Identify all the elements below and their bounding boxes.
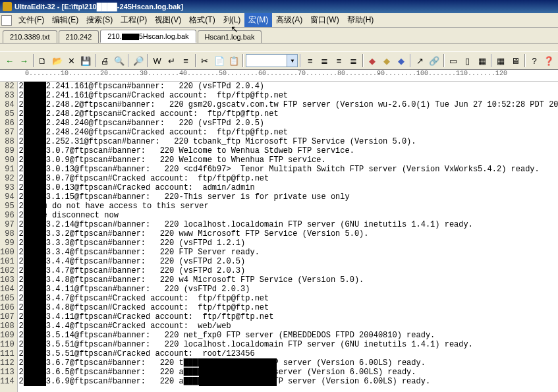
window-v-button[interactable]: ▯ <box>460 53 474 68</box>
menu-column[interactable]: 列(L) <box>219 13 245 27</box>
code-line[interactable]: 22.252.31@ftpscan#banner: 220 tcbank_ftp… <box>19 137 558 146</box>
redacted-ip <box>24 257 46 266</box>
line-number: 95 <box>0 202 14 211</box>
code-content[interactable]: 22.241.161@ftpscan#banner: 220 (vsFTPd 2… <box>18 82 558 392</box>
copy-button[interactable]: 📄 <box>212 53 226 68</box>
code-line[interactable]: 22.241.161@ftpscan#banner: 220 (vsFTPd 2… <box>19 82 558 91</box>
print-preview-button[interactable]: 🔍 <box>113 53 126 68</box>
align-left-button[interactable]: ≡ <box>303 53 317 68</box>
save-file-button[interactable]: 💾 <box>79 53 93 68</box>
align-right-button[interactable]: ≡ <box>332 53 346 68</box>
file-tab-3[interactable]: Hscan1.log.bak <box>198 30 262 43</box>
code-line[interactable]: 22.248.240@ftpscan#banner: 220 (vsFTPd 2… <box>19 119 558 128</box>
line-number: 104 <box>0 285 14 294</box>
toggle-ww-button[interactable]: W <box>150 53 164 68</box>
code-line[interactable]: 23.4.11@ftpscan#banner: 220 (vsFTPd 2.0.… <box>19 285 558 294</box>
code-line[interactable]: 22.248.2@ftpscan#Cracked account: ftp/ft… <box>19 109 558 119</box>
toolbar-combo[interactable]: ▼ <box>246 54 298 67</box>
toolbar-separator <box>300 54 301 67</box>
goto-button[interactable]: ↗ <box>413 53 427 68</box>
link-button[interactable]: 🔗 <box>428 53 441 68</box>
align-center-button[interactable]: ≣ <box>318 53 331 68</box>
redacted-ip <box>24 312 46 322</box>
code-line[interactable]: 23.0.9@ftpscan#banner: 220 Welcome to Wh… <box>19 155 558 165</box>
menu-file[interactable]: 文件(F) <box>14 13 48 27</box>
app1-button[interactable]: ▦ <box>494 53 508 68</box>
menu-macro[interactable]: 宏(M) <box>244 13 272 27</box>
bookmark-b-button[interactable]: ◆ <box>394 53 408 68</box>
code-line[interactable]: 23.0.7@ftpscan#Cracked account: ftp/ftp@… <box>19 174 558 183</box>
forward-arrow-button[interactable]: → <box>17 53 31 68</box>
code-line[interactable]: 23.3.3@ftpscan#banner: 220 (vsFTPd 1.2.1… <box>19 238 558 248</box>
code-line[interactable]: 22.248.240@ftpscan#Cracked account: ftp/… <box>19 128 558 137</box>
document-icon <box>1 15 12 26</box>
code-line[interactable]: 23.6.9@ftpscan#banner: 220 a████████████… <box>19 377 558 386</box>
menu-view[interactable]: 视图(V) <box>151 13 185 27</box>
paste-button[interactable]: 📋 <box>227 53 240 68</box>
line-number: 111 <box>0 349 14 358</box>
close-file-button[interactable]: ✕ <box>65 53 78 68</box>
print-button[interactable]: 🖨 <box>98 53 112 68</box>
code-line[interactable]: 23.3.4@ftpscan#banner: 220 FTP Server re… <box>19 248 558 257</box>
code-line[interactable]: 23.4.11@ftpscan#Cracked account: ftp/ftp… <box>19 312 558 322</box>
redacted-ip <box>24 275 46 285</box>
code-line[interactable]: 23.4.8@ftpscan#Cracked account: ftp/ftp@… <box>19 303 558 312</box>
menu-advanced[interactable]: 高级(A) <box>272 13 306 27</box>
menu-window[interactable]: 窗口(W) <box>306 13 343 27</box>
toolbar-separator <box>362 54 364 67</box>
window-c-button[interactable]: ▦ <box>475 53 489 68</box>
back-arrow-button[interactable]: ← <box>3 53 16 68</box>
code-line[interactable]: 23.4.4@ftpscan#Cracked account: web/web <box>19 322 558 331</box>
help-button[interactable]: ❓ <box>542 53 555 68</box>
code-line[interactable]: 23.4.7@ftpscan#Cracked account: ftp/ftp@… <box>19 294 558 303</box>
redacted-ip <box>24 294 46 303</box>
code-line[interactable]: 23.5.14@ftpscan#banner: 220 net_fxp0 FTP… <box>19 331 558 340</box>
code-line[interactable]: 22.248.2@ftpscan#banner: 220 gsm20.gscat… <box>19 100 558 109</box>
menu-search[interactable]: 搜索(S) <box>82 13 117 27</box>
menu-edit[interactable]: 编辑(E) <box>48 13 82 27</box>
code-line[interactable]: 23.4.4@ftpscan#banner: 220 (vsFTPd 2.0.5… <box>19 257 558 266</box>
code-line[interactable]: 2 ease disconnect now <box>19 211 558 220</box>
insert-line-button[interactable]: ↵ <box>165 53 179 68</box>
bookmark-y-button[interactable]: ◆ <box>379 53 393 68</box>
window-h-button[interactable]: ▭ <box>447 53 460 68</box>
menu-format[interactable]: 格式(T) <box>185 13 219 27</box>
menu-help[interactable]: 帮助(H) <box>343 13 378 27</box>
new-file-button[interactable]: 🗋 <box>36 53 50 68</box>
file-tab-0[interactable]: 210.3389.txt <box>3 30 57 43</box>
code-line[interactable]: 23.2.14@ftpscan#banner: 220 localhost.lo… <box>19 220 558 229</box>
file-tab-1[interactable]: 210.242 <box>59 30 99 43</box>
open-file-button[interactable]: 📂 <box>50 53 64 68</box>
code-line[interactable]: 23.0.13@ftpscan#banner: 220 <cd4f6b97> T… <box>19 165 558 174</box>
code-line[interactable]: 23.0.7@ftpscan#banner: 220 Welcome to We… <box>19 146 558 155</box>
titlebar: UltraEdit-32 - [E:\ftp\210████-245Hscan.… <box>0 0 558 13</box>
editor-area[interactable]: 8283848586878889909192939495969798991001… <box>0 82 558 392</box>
code-line[interactable]: 23.3.2@ftpscan#banner: 220 www Microsoft… <box>19 229 558 238</box>
code-line[interactable]: 2 you do not have access to this server <box>19 202 558 211</box>
cut-button[interactable]: ✂ <box>198 53 212 68</box>
code-line[interactable]: 23.5.51@ftpscan#banner: 220 localhost.lo… <box>19 340 558 349</box>
redacted-ip <box>24 248 46 257</box>
redacted-ip <box>24 155 46 165</box>
line-number: 91 <box>0 165 14 174</box>
menu-project[interactable]: 工程(P) <box>117 13 151 27</box>
code-line[interactable]: 23.1.15@ftpscan#banner: 220-This server … <box>19 192 558 202</box>
line-num-button[interactable]: ≡ <box>179 53 193 68</box>
bookmark-r-button[interactable]: ◆ <box>366 53 379 68</box>
find-button[interactable]: 🔎 <box>131 53 145 68</box>
code-line[interactable]: 23.0.13@ftpscan#Cracked account: admin/a… <box>19 183 558 192</box>
code-line[interactable]: 23.6.5@ftpscan#banner: 220 a████████████… <box>19 368 558 377</box>
code-line[interactable]: 22.241.161@ftpscan#Cracked account: ftp/… <box>19 91 558 100</box>
help-context-button[interactable]: ? <box>528 53 542 68</box>
code-line[interactable]: 23.6.7@ftpscan#banner: 220 t████████████… <box>19 358 558 368</box>
redacted-ip <box>24 174 46 183</box>
code-line[interactable]: 23.4.7@ftpscan#banner: 220 (vsFTPd 2.0.3… <box>19 266 558 275</box>
file-tab-2[interactable]: 210.5Hscan.log.bak <box>100 30 196 43</box>
code-line[interactable]: 23.4.8@ftpscan#banner: 220 w4 Microsoft … <box>19 275 558 285</box>
redacted-ip <box>24 238 46 248</box>
line-number: 108 <box>0 322 14 331</box>
app2-button[interactable]: 🖥 <box>509 53 522 68</box>
code-line[interactable]: 23.5.51@ftpscan#Cracked account: root/12… <box>19 349 558 358</box>
align-just-button[interactable]: ≣ <box>347 53 360 68</box>
redacted-ip <box>24 368 46 377</box>
